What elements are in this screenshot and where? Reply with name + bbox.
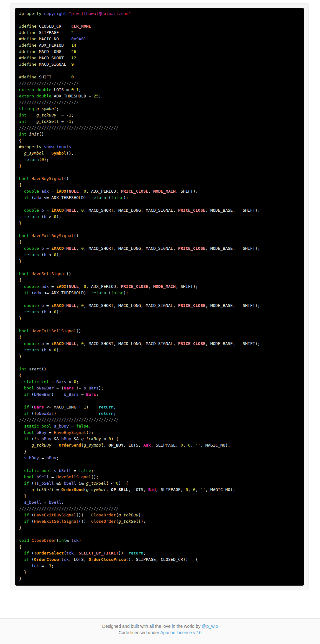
- code-token: ;: [71, 119, 74, 124]
- code-token: {: [19, 183, 22, 187]
- code-line: }: [19, 448, 300, 455]
- code-token: [19, 563, 31, 568]
- author-link[interactable]: @p_wip: [202, 624, 218, 629]
- code-token: =: [49, 189, 56, 194]
- code-token: 0: [71, 75, 74, 79]
- code-token: void: [19, 538, 29, 543]
- code-token: g_symbol: [24, 151, 44, 156]
- code-line: bool bBuy = HaveBuySignal();: [19, 429, 300, 436]
- code-token: );: [99, 386, 104, 390]
- code-token: bBuy: [37, 430, 46, 435]
- code-token: HaveBuySignal: [31, 176, 64, 181]
- code-token: );: [56, 252, 61, 257]
- code-token: HaveExitBuySignal: [31, 233, 74, 238]
- code-token: ,: [183, 443, 188, 448]
- code-token: (): [41, 367, 46, 371]
- code-token: ;: [91, 468, 94, 473]
- code-token: [19, 443, 31, 448]
- code-token: adx: [41, 189, 49, 194]
- code-token: bNewBar: [37, 411, 54, 416]
- code-token: 0: [81, 341, 84, 346]
- code-token: 0: [193, 487, 196, 492]
- code-token: CloseOrder: [31, 538, 56, 543]
- code-token: ;: [98, 94, 101, 98]
- code-token: MACD_SHORT: [39, 56, 71, 60]
- code-token: (: [64, 208, 66, 213]
- code-line: [19, 296, 300, 302]
- code-line: }: [19, 575, 300, 582]
- code-token: OrderSend: [59, 443, 81, 448]
- code-token: double: [24, 246, 39, 251]
- code-token: MODE_MAIN: [153, 189, 176, 194]
- code-token: iADX: [56, 284, 66, 289]
- code-token: [51, 424, 54, 428]
- code-token: CloseOrder: [91, 513, 116, 517]
- code-token: ,: [103, 443, 109, 448]
- code-token: 0: [109, 436, 111, 441]
- code-line: [19, 201, 300, 207]
- code-token: ,: [148, 189, 153, 194]
- code-token: MACD_SIGNAL: [39, 62, 71, 67]
- code-line: if (OrderClose(tck, LOTS, OrderClosePric…: [19, 556, 300, 563]
- code-line: tck = -1;: [19, 563, 300, 569]
- code-token: (: [66, 284, 69, 289]
- code-token: extern double: [19, 94, 51, 98]
- code-token: ) {: [111, 436, 118, 441]
- code-token: MACD_LONG: [39, 49, 71, 54]
- code-token: 0: [74, 379, 76, 384]
- code-token: double: [24, 208, 39, 213]
- code-token: [19, 424, 24, 428]
- code-line: bool HaveExitSellSignal(): [19, 328, 300, 334]
- code-token: double: [24, 189, 39, 194]
- code-token: ,: [76, 246, 81, 251]
- code-token: = (: [54, 386, 64, 390]
- code-token: [34, 386, 37, 390]
- code-token: PRICE_CLOSE: [121, 189, 148, 194]
- code-token: ()): [79, 519, 91, 524]
- code-token: PRICE_CLOSE: [178, 341, 205, 346]
- code-token: HaveSellSignal: [31, 271, 66, 276]
- code-token: int: [19, 113, 26, 117]
- code-token: }: [19, 221, 22, 225]
- code-token: , SHIFT);: [176, 284, 198, 289]
- code-line: bool HaveExitBuySignal(): [19, 233, 300, 239]
- code-token: ();: [91, 475, 98, 479]
- code-token: [26, 119, 36, 124]
- code-token: start: [29, 367, 41, 371]
- code-token: g_tckBuy: [118, 513, 138, 517]
- code-token: 14: [71, 43, 76, 48]
- code-line: }: [19, 525, 300, 531]
- code-token: bool: [24, 475, 34, 479]
- code-token: );: [56, 309, 61, 314]
- code-token: [19, 189, 24, 194]
- code-token: MODE_MAIN: [153, 284, 176, 289]
- code-token: return: [91, 195, 106, 200]
- code-line: [19, 17, 300, 23]
- code-token: PRICE_CLOSE: [178, 208, 205, 213]
- code-token: Symbol: [51, 151, 66, 156]
- code-token: tck: [71, 538, 78, 543]
- code-token: return: [98, 411, 113, 416]
- code-line: [19, 531, 300, 537]
- code-line: static int s_Bars = 0;: [19, 379, 300, 385]
- code-token: ;: [96, 392, 99, 397]
- license-link[interactable]: Apache License v2.0: [160, 630, 202, 635]
- code-token: if: [24, 290, 29, 295]
- code-token: b: [44, 214, 46, 219]
- code-token: , ADX_PERIOD,: [86, 189, 121, 194]
- code-token: LOTS =: [51, 87, 71, 92]
- code-token: false: [111, 290, 123, 295]
- code-token: (: [116, 519, 118, 524]
- code-token: static int: [24, 379, 49, 384]
- code-token: OP_BUY: [109, 443, 123, 448]
- code-token: }: [19, 163, 22, 168]
- code-token: (): [76, 329, 81, 333]
- code-token: ,: [190, 443, 196, 448]
- code-line: if (!OrderSelect(tck, SELECT_BY_TICKET))…: [19, 550, 300, 556]
- code-token: [19, 411, 24, 416]
- code-token: ,: [196, 487, 201, 492]
- code-token: (: [64, 246, 66, 251]
- code-token: bBuy: [61, 436, 71, 441]
- code-token: 0: [81, 246, 84, 251]
- code-line: int start(): [19, 366, 300, 372]
